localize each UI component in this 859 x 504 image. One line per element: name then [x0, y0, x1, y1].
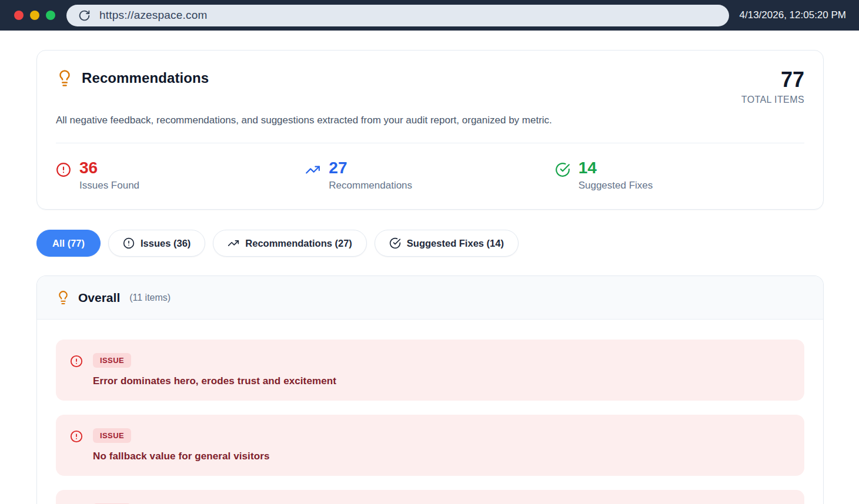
filter-issues-button[interactable]: Issues (36) — [108, 230, 205, 257]
filter-suggested-fixes-button[interactable]: Suggested Fixes (14) — [375, 230, 519, 257]
issues-count: 36 — [79, 159, 139, 177]
total-items-counter: 77 TOTAL ITEMS — [741, 69, 804, 105]
recommendations-count: 27 — [329, 159, 412, 177]
issues-label: Issues Found — [79, 180, 139, 191]
overall-section: Overall (11 items) ISSUE Error dominates… — [36, 275, 824, 504]
clock-timestamp: 4/13/2026, 12:05:20 PM — [729, 9, 851, 21]
alert-circle-icon — [56, 162, 71, 177]
issue-card: ISSUE No fallback value for general visi… — [56, 415, 804, 476]
total-items-label: TOTAL ITEMS — [741, 95, 804, 105]
recommendations-summary-card: Recommendations 77 TOTAL ITEMS All negat… — [36, 50, 824, 210]
suggested-fixes-count: 14 — [579, 159, 653, 177]
check-circle-icon — [555, 162, 570, 177]
suggested-fixes-label: Suggested Fixes — [579, 180, 653, 191]
issue-list: ISSUE Error dominates hero, erodes trust… — [37, 320, 823, 504]
maximize-window-button[interactable] — [46, 11, 55, 20]
url-text: https://azespace.com — [99, 9, 208, 22]
alert-circle-icon — [70, 430, 83, 443]
browser-chrome: https://azespace.com 4/13/2026, 12:05:20… — [0, 0, 859, 31]
close-window-button[interactable] — [14, 11, 24, 20]
minimize-window-button[interactable] — [30, 11, 39, 20]
issue-card: ISSUE Error dominates hero, erodes trust… — [56, 340, 804, 401]
alert-circle-icon — [70, 355, 83, 368]
page-content: Recommendations 77 TOTAL ITEMS All negat… — [0, 31, 859, 504]
recommendations-label: Recommendations — [329, 180, 412, 191]
summary-description: All negative feedback, recommendations, … — [56, 113, 554, 128]
lightbulb-icon — [56, 290, 71, 305]
page-title: Recommendations — [82, 70, 209, 86]
stats-row: 36 Issues Found 27 Recommendations 14 — [56, 143, 804, 191]
issue-type-badge: ISSUE — [93, 353, 131, 368]
stat-recommendations: 27 Recommendations — [305, 159, 554, 191]
alert-circle-icon — [123, 237, 135, 249]
stat-suggested-fixes: 14 Suggested Fixes — [555, 159, 804, 191]
section-title: Overall — [78, 291, 120, 305]
filter-pills: All (77) Issues (36) Recommendations (27… — [36, 230, 824, 257]
section-item-count: (11 items) — [129, 293, 171, 303]
filter-recommendations-button[interactable]: Recommendations (27) — [213, 230, 367, 257]
trending-up-icon — [305, 162, 320, 177]
filter-all-label: All (77) — [52, 238, 85, 249]
check-circle-icon — [389, 237, 401, 249]
total-items-value: 77 — [741, 69, 804, 90]
window-controls — [14, 11, 55, 20]
trending-up-icon — [228, 237, 239, 249]
filter-issues-label: Issues (36) — [141, 238, 190, 249]
stat-issues-found: 36 Issues Found — [56, 159, 305, 191]
lightbulb-icon — [56, 69, 73, 87]
filter-recommendations-label: Recommendations (27) — [245, 238, 352, 249]
filter-suggested-fixes-label: Suggested Fixes (14) — [407, 238, 504, 249]
address-bar[interactable]: https://azespace.com — [66, 5, 729, 26]
issue-card: ISSUE — [56, 490, 804, 504]
issue-text: No fallback value for general visitors — [93, 451, 269, 462]
reload-icon[interactable] — [78, 9, 91, 22]
filter-all-button[interactable]: All (77) — [36, 230, 101, 257]
issue-text: Error dominates hero, erodes trust and e… — [93, 375, 336, 387]
issue-type-badge: ISSUE — [93, 428, 131, 443]
overall-section-header: Overall (11 items) — [37, 276, 823, 320]
